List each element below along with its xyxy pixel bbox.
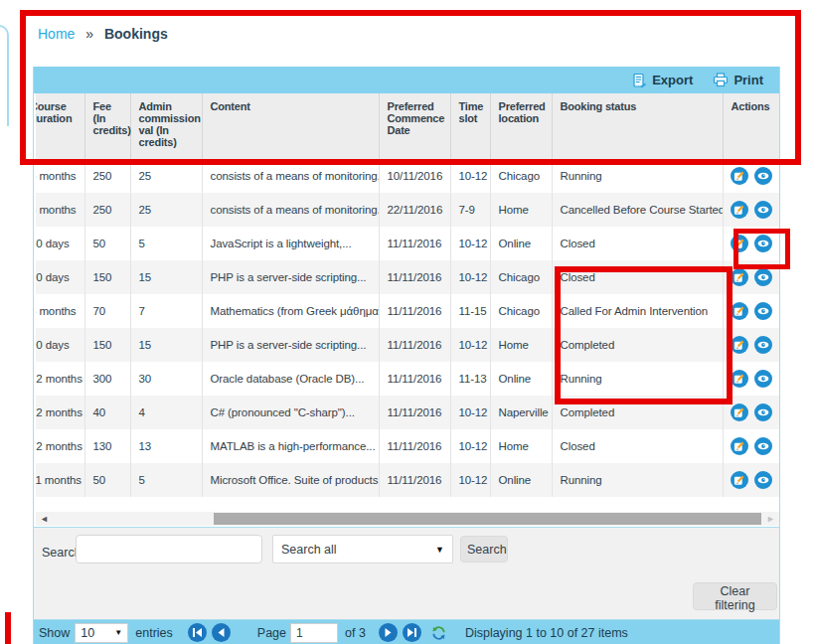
total-pages-label: of 3: [345, 626, 366, 640]
cell-actions: [723, 463, 779, 497]
cell-time-slot: 7-9: [450, 193, 490, 227]
page-number-input[interactable]: [290, 623, 338, 643]
entries-label: entries: [135, 626, 173, 640]
edit-icon: [734, 306, 744, 317]
cell-admin-commission: 30: [130, 362, 202, 396]
cell-commence-date: 22/11/2016: [379, 193, 450, 227]
search-input[interactable]: [76, 535, 262, 564]
cell-admin-commission: 5: [130, 463, 202, 497]
cell-content: PHP is a server-side scripting...: [202, 260, 379, 294]
edit-booking-button[interactable]: [731, 268, 748, 286]
cell-booking-status: Completed: [552, 396, 723, 429]
edit-booking-button[interactable]: [731, 167, 748, 185]
edit-icon: [734, 340, 744, 351]
view-booking-button[interactable]: [754, 403, 772, 421]
scroll-left-arrow-icon[interactable]: ◄: [40, 513, 49, 525]
search-button[interactable]: Search: [460, 536, 508, 563]
next-page-button[interactable]: [379, 623, 398, 642]
cell-content: consists of a means of monitoring...: [202, 193, 379, 227]
edit-booking-button[interactable]: [731, 336, 748, 354]
cell-duration: 30 days: [36, 227, 84, 260]
edit-booking-button[interactable]: [731, 201, 748, 219]
edit-booking-button[interactable]: [731, 403, 748, 421]
export-button[interactable]: Export: [632, 73, 693, 88]
clear-filtering-button[interactable]: Clear filtering: [693, 582, 777, 610]
scroll-right-arrow-icon[interactable]: ►: [766, 513, 775, 525]
cell-duration: 6 months: [36, 193, 84, 227]
cell-booking-status: Closed: [552, 429, 723, 463]
view-booking-button[interactable]: [754, 167, 772, 185]
eye-icon: [757, 239, 769, 248]
refresh-icon[interactable]: [430, 625, 447, 641]
cell-fee: 150: [84, 260, 130, 294]
table-row: 12 months 130 13 MATLAB is a high-perfor…: [36, 429, 779, 463]
cell-fee: 70: [84, 294, 130, 328]
view-booking-button[interactable]: [754, 336, 772, 354]
column-header-admin_commission: Admin commission val (In credits): [130, 93, 202, 159]
view-booking-button[interactable]: [754, 471, 772, 489]
horizontal-scrollbar[interactable]: ◄ ►: [36, 512, 779, 526]
cell-content: C# (pronounced "C-sharp")...: [202, 396, 379, 429]
cell-booking-status: Closed: [552, 227, 723, 260]
cell-content: PHP is a server-side scripting...: [202, 328, 379, 362]
cell-admin-commission: 15: [130, 328, 202, 362]
eye-icon: [757, 374, 769, 384]
cell-content: JavaScript is a lightweight,...: [202, 227, 379, 260]
bookings-panel: Export Print Course durationFee (In cred…: [33, 67, 780, 644]
eye-icon: [757, 205, 769, 215]
edit-booking-button[interactable]: [731, 471, 748, 489]
cell-location: Chicago: [490, 260, 552, 294]
cell-content: Microsoft Office. Suite of products...: [202, 463, 379, 497]
page-label: Page: [257, 626, 286, 640]
table-footer-section: Search: Search all ▼ Search Clear filter…: [34, 527, 779, 644]
last-page-button[interactable]: [403, 623, 421, 642]
view-booking-button[interactable]: [754, 268, 772, 286]
annotation-line-bottom-left: [5, 612, 11, 644]
chevron-down-icon: ▼: [114, 628, 122, 637]
cell-commence-date: 11/11/2016: [379, 227, 450, 260]
edit-booking-button[interactable]: [731, 370, 748, 388]
cell-duration: 12 months: [36, 362, 84, 396]
cell-time-slot: 11-13: [450, 362, 490, 396]
view-booking-button[interactable]: [754, 370, 772, 388]
cell-booking-status: Running: [552, 362, 723, 396]
page-size-select[interactable]: 10 ▼: [75, 623, 128, 643]
eye-icon: [757, 272, 769, 282]
cell-time-slot: 10-12: [450, 429, 490, 463]
table-row: 6 months 70 7 Mathematics (from Greek μά…: [36, 294, 779, 328]
cell-fee: 250: [84, 159, 130, 193]
edit-booking-button[interactable]: [731, 235, 748, 252]
bookings-table: Course durationFee (In credits)Admin com…: [36, 93, 779, 497]
cell-commence-date: 11/11/2016: [379, 362, 450, 396]
cell-location: Naperville: [490, 396, 552, 429]
cell-actions: [723, 362, 779, 396]
cell-booking-status: Closed: [552, 260, 723, 294]
column-header-status: Booking status: [552, 93, 723, 159]
cell-location: Online: [490, 227, 552, 260]
edit-booking-button[interactable]: [731, 302, 748, 320]
view-booking-button[interactable]: [754, 302, 772, 320]
cell-content: Mathematics (from Greek μάθημα...: [202, 294, 379, 328]
view-booking-button[interactable]: [754, 201, 772, 219]
view-booking-button[interactable]: [754, 437, 772, 455]
breadcrumb-home-link[interactable]: Home: [38, 26, 75, 42]
cell-actions: [723, 227, 779, 260]
table-row: 90 days 150 15 PHP is a server-side scri…: [36, 328, 779, 362]
show-label: Show: [39, 626, 70, 640]
edit-icon: [734, 272, 744, 283]
print-button[interactable]: Print: [713, 73, 763, 87]
eye-icon: [757, 306, 769, 316]
cell-content: Oracle database (Oracle DB)...: [202, 362, 379, 396]
cell-commence-date: 11/11/2016: [379, 294, 450, 328]
scrollbar-thumb[interactable]: [214, 513, 761, 525]
edit-icon: [734, 441, 744, 452]
cell-admin-commission: 4: [130, 396, 202, 429]
search-filter-select[interactable]: Search all ▼: [272, 535, 453, 564]
table-toolbar: Export Print: [34, 67, 779, 93]
edit-booking-button[interactable]: [731, 437, 748, 455]
previous-page-button[interactable]: [212, 623, 231, 642]
eye-icon: [757, 171, 769, 181]
first-page-button[interactable]: [188, 623, 207, 642]
view-booking-button[interactable]: [754, 235, 772, 252]
cell-duration: 90 days: [36, 260, 84, 294]
